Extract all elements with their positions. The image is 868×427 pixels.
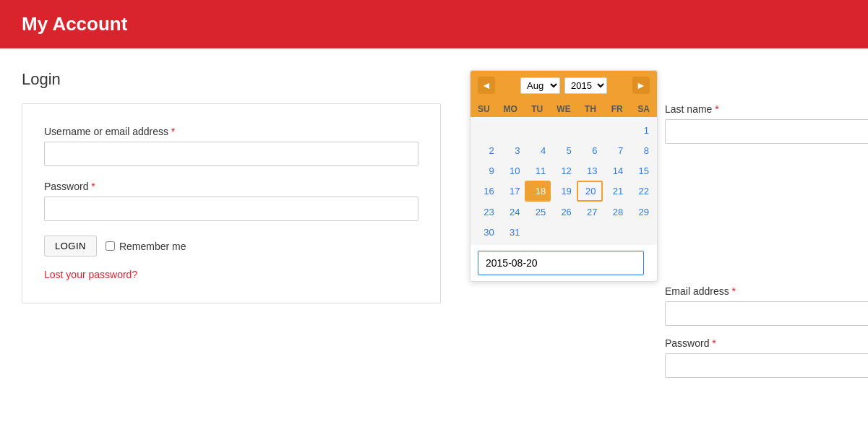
login-button[interactable]: LOGIN	[44, 236, 97, 256]
cal-cell-empty	[551, 222, 577, 242]
cal-week-5: 23 24 25 26 27 28 29	[473, 202, 654, 222]
email-field-group: Email address *	[665, 285, 868, 326]
remember-me-label[interactable]: Remember me	[106, 241, 186, 252]
login-actions: LOGIN Remember me	[44, 236, 418, 256]
cal-day-7[interactable]: 7	[603, 140, 629, 160]
cal-day-24[interactable]: 24	[499, 202, 525, 222]
cal-day-22[interactable]: 22	[628, 181, 654, 202]
cal-week-1: 1	[473, 120, 654, 140]
calendar-days-header: SU MO TU WE TH FR SA	[470, 100, 657, 117]
cal-day-10[interactable]: 10	[499, 160, 525, 181]
login-section: Login Username or email address * Passwo…	[22, 70, 441, 389]
cal-day-25[interactable]: 25	[525, 202, 551, 222]
username-field-group: Username or email address *	[44, 126, 418, 166]
calendar-year-select[interactable]: 20132014201520162017	[564, 77, 607, 94]
cal-cell-empty	[499, 120, 525, 140]
lost-password-link[interactable]: Lost your password?	[44, 269, 137, 280]
calendar-grid: SU MO TU WE TH FR SA	[470, 100, 657, 245]
cal-cell-empty	[551, 120, 577, 140]
email-input[interactable]	[665, 301, 868, 326]
username-input[interactable]	[44, 142, 418, 166]
cal-day-15[interactable]: 15	[628, 160, 654, 181]
day-mo: MO	[497, 103, 524, 116]
calendar-popup: ◄ JanFebMarApr MayJunJulAug SepOctNovDec…	[470, 70, 658, 282]
cal-cell-empty	[577, 120, 603, 140]
cal-day-8[interactable]: 8	[628, 140, 654, 160]
last-name-label: Last name *	[665, 103, 868, 115]
register-password-field-group: Password *	[665, 337, 868, 378]
day-sa: SA	[630, 103, 657, 116]
date-input[interactable]	[478, 251, 644, 275]
calendar-prev-button[interactable]: ◄	[478, 77, 495, 94]
cal-cell-empty	[525, 222, 551, 242]
cal-day-6[interactable]: 6	[577, 140, 603, 160]
cal-day-30[interactable]: 30	[473, 222, 499, 242]
last-name-input[interactable]	[665, 119, 868, 144]
cal-cell-empty	[628, 222, 654, 242]
calendar-selects: JanFebMarApr MayJunJulAug SepOctNovDec 2…	[520, 77, 607, 94]
calendar-month-select[interactable]: JanFebMarApr MayJunJulAug SepOctNovDec	[520, 77, 560, 94]
username-label: Username or email address *	[44, 126, 418, 137]
cal-day-4[interactable]: 4	[525, 140, 551, 160]
cal-cell-empty	[473, 120, 499, 140]
cal-day-19[interactable]: 19	[551, 181, 577, 202]
calendar-body: 1 2 3 4 5 6 7 8 9 10	[470, 117, 657, 245]
last-name-field-group: Last name *	[665, 103, 868, 144]
day-th: TH	[577, 103, 603, 116]
cal-day-1[interactable]: 1	[628, 120, 654, 140]
username-required: *	[171, 126, 175, 137]
cal-day-2[interactable]: 2	[473, 140, 499, 160]
login-title: Login	[22, 70, 441, 89]
cal-day-11[interactable]: 11	[525, 160, 551, 181]
cal-day-16[interactable]: 16	[473, 181, 499, 202]
main-content: Login Username or email address * Passwo…	[0, 48, 868, 389]
day-tu: TU	[524, 103, 551, 116]
register-fields: Last name * Email address * Password *	[665, 103, 868, 378]
register-section: Re ◄ JanFebMarApr MayJunJulAug SepOctNov…	[470, 70, 868, 389]
password-input[interactable]	[44, 197, 418, 221]
cal-day-12[interactable]: 12	[551, 160, 577, 181]
calendar-header: ◄ JanFebMarApr MayJunJulAug SepOctNovDec…	[470, 71, 657, 100]
register-password-label: Password *	[665, 337, 868, 349]
cal-day-17[interactable]: 17	[499, 181, 525, 202]
cal-day-18[interactable]: 18	[525, 181, 551, 202]
cal-day-31[interactable]: 31	[499, 222, 525, 242]
cal-day-14[interactable]: 14	[603, 160, 629, 181]
remember-me-checkbox[interactable]	[106, 241, 115, 251]
cal-day-13[interactable]: 13	[577, 160, 603, 181]
cal-day-21[interactable]: 21	[603, 181, 629, 202]
cal-day-28[interactable]: 28	[603, 202, 629, 222]
cal-day-23[interactable]: 23	[473, 202, 499, 222]
cal-day-5[interactable]: 5	[551, 140, 577, 160]
cal-day-29[interactable]: 29	[628, 202, 654, 222]
cal-day-20[interactable]: 20	[577, 181, 603, 202]
register-password-input[interactable]	[665, 353, 868, 378]
cal-cell-empty	[577, 222, 603, 242]
password-required: *	[91, 181, 95, 192]
cal-week-3: 9 10 11 12 13 14 15	[473, 160, 654, 181]
day-fr: FR	[603, 103, 630, 116]
day-su: SU	[470, 103, 497, 116]
password-field-group: Password *	[44, 181, 418, 221]
email-label: Email address *	[665, 285, 868, 297]
cal-week-6: 30 31	[473, 222, 654, 242]
page-header: My Account	[0, 0, 868, 48]
cal-week-2: 2 3 4 5 6 7 8	[473, 140, 654, 160]
cal-cell-empty	[603, 222, 629, 242]
calendar-next-button[interactable]: ►	[632, 77, 650, 94]
login-box: Username or email address * Password * L…	[22, 103, 441, 303]
day-we: WE	[551, 103, 577, 116]
page-title: My Account	[22, 13, 127, 35]
cal-day-9[interactable]: 9	[473, 160, 499, 181]
cal-week-4: 16 17 18 19 20 21 22	[473, 181, 654, 202]
cal-day-3[interactable]: 3	[499, 140, 525, 160]
cal-day-26[interactable]: 26	[551, 202, 577, 222]
cal-cell-empty	[603, 120, 629, 140]
cal-day-27[interactable]: 27	[577, 202, 603, 222]
cal-cell-empty	[525, 120, 551, 140]
password-label: Password *	[44, 181, 418, 192]
